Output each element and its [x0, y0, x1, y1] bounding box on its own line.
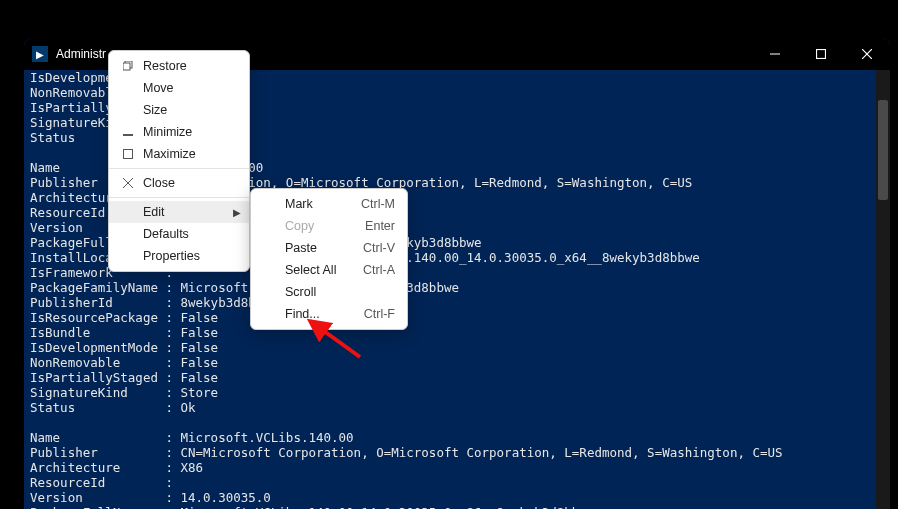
menu-item-label: Move [139, 81, 237, 95]
terminal-line: IsPartiallyStaged : False [30, 370, 884, 385]
svg-rect-7 [124, 150, 133, 159]
scrollbar[interactable] [876, 70, 890, 509]
menu-item-size[interactable]: Size [109, 99, 249, 121]
menu-item-defaults[interactable]: Defaults [109, 223, 249, 245]
close-icon [862, 49, 872, 59]
terminal-line: Publisher : CN=Microsoft Corporation, O=… [30, 445, 884, 460]
menu-item-accelerator: Ctrl-A [339, 263, 395, 277]
menu-item-minimize[interactable]: Minimize [109, 121, 249, 143]
svg-rect-1 [817, 50, 826, 59]
menu-item-accelerator: Ctrl-F [340, 307, 395, 321]
menu-item-mark[interactable]: Mark Ctrl-M [251, 193, 407, 215]
terminal-line: Version : 14.0.30035.0 [30, 490, 884, 505]
terminal-line: PackageFamilyName : Microsoft.VCLibs.140… [30, 280, 884, 295]
menu-item-label: Close [139, 176, 237, 190]
terminal-line: PackageFullName : Microsoft.VCLibs.140.0… [30, 505, 884, 509]
terminal-line: ResourceId : [30, 475, 884, 490]
menu-item-properties[interactable]: Properties [109, 245, 249, 267]
minimize-button[interactable] [752, 38, 798, 70]
chevron-right-icon: ▶ [233, 207, 241, 218]
menu-item-label: Defaults [139, 227, 237, 241]
menu-item-label: Mark [281, 197, 337, 211]
menu-item-label: Copy [281, 219, 341, 233]
menu-separator [109, 168, 249, 169]
restore-icon [117, 61, 139, 71]
menu-item-copy[interactable]: Copy Enter [251, 215, 407, 237]
terminal-line: Name : Microsoft.VCLibs.140.00 [30, 430, 884, 445]
maximize-icon [816, 49, 826, 59]
menu-item-label: Minimize [139, 125, 237, 139]
menu-item-restore[interactable]: Restore [109, 55, 249, 77]
menu-separator [109, 197, 249, 198]
maximize-button[interactable] [798, 38, 844, 70]
minimize-icon [117, 127, 139, 137]
svg-rect-5 [123, 63, 130, 70]
menu-item-select-all[interactable]: Select All Ctrl-A [251, 259, 407, 281]
menu-item-move[interactable]: Move [109, 77, 249, 99]
menu-item-close[interactable]: Close [109, 172, 249, 194]
close-icon [117, 178, 139, 188]
powershell-icon: ▶ [32, 46, 48, 62]
terminal-line: IsDevelopmentMode : False [30, 340, 884, 355]
terminal-line: Status : Ok [30, 400, 884, 415]
close-button[interactable] [844, 38, 890, 70]
minimize-icon [770, 49, 780, 59]
menu-item-paste[interactable]: Paste Ctrl-V [251, 237, 407, 259]
menu-item-label: Properties [139, 249, 237, 263]
menu-item-label: Maximize [139, 147, 237, 161]
terminal-line: IsResourcePackage : False [30, 310, 884, 325]
menu-item-label: Restore [139, 59, 237, 73]
menu-item-accelerator: Ctrl-M [337, 197, 395, 211]
terminal-line: IsBundle : False [30, 325, 884, 340]
menu-item-find[interactable]: Find... Ctrl-F [251, 303, 407, 325]
terminal-line: SignatureKind : Store [30, 385, 884, 400]
menu-item-label: Select All [281, 263, 339, 277]
menu-item-scroll[interactable]: Scroll [251, 281, 407, 303]
scrollbar-thumb[interactable] [878, 100, 888, 200]
terminal-line: Architecture : X86 [30, 460, 884, 475]
terminal-line: PublisherId : 8wekyb3d8bbwe [30, 295, 884, 310]
window-title: Administr [56, 47, 106, 61]
terminal-line: NonRemovable : False [30, 355, 884, 370]
menu-item-edit[interactable]: Edit ▶ [109, 201, 249, 223]
menu-item-label: Scroll [281, 285, 371, 299]
maximize-icon [117, 149, 139, 159]
edit-submenu: Mark Ctrl-M Copy Enter Paste Ctrl-V Sele… [250, 188, 408, 330]
menu-item-label: Find... [281, 307, 340, 321]
menu-item-label: Size [139, 103, 237, 117]
menu-item-accelerator: Ctrl-V [339, 241, 395, 255]
system-menu: Restore Move Size Minimize Maximize Clos… [108, 50, 250, 272]
menu-item-label: Paste [281, 241, 339, 255]
menu-item-label: Edit [139, 205, 237, 219]
menu-item-accelerator: Enter [341, 219, 395, 233]
menu-item-maximize[interactable]: Maximize [109, 143, 249, 165]
